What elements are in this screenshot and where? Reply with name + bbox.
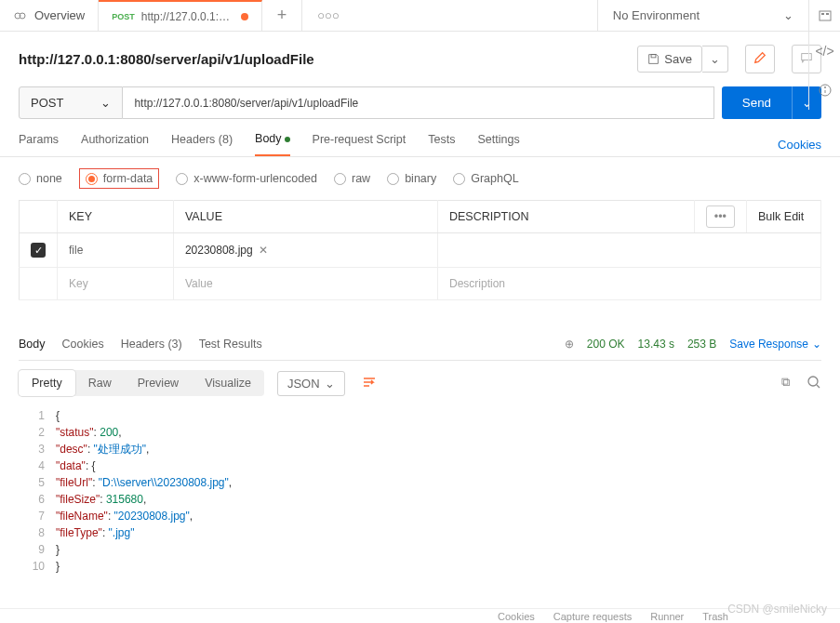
footer-trash[interactable]: Trash: [702, 611, 728, 622]
chevron-down-icon: ⌄: [783, 8, 793, 22]
environment-selector[interactable]: No Environment ⌄: [597, 0, 808, 31]
tab-params[interactable]: Params: [19, 133, 59, 155]
save-label: Save: [664, 52, 692, 66]
tab-authorization[interactable]: Authorization: [81, 133, 149, 155]
save-icon: [647, 53, 660, 65]
response-body-code[interactable]: 12345678910 { "status": 200, "desc": "处理…: [19, 407, 821, 575]
view-visualize[interactable]: Visualize: [192, 370, 264, 396]
desc-placeholder[interactable]: Description: [438, 268, 821, 300]
desc-header: DESCRIPTION: [438, 201, 695, 233]
body-type-binary[interactable]: binary: [387, 172, 436, 185]
response-time: 13.43 s: [638, 338, 674, 351]
overview-icon: [13, 8, 28, 23]
view-pretty[interactable]: Pretty: [19, 370, 75, 396]
svg-rect-3: [821, 13, 824, 15]
search-response-button[interactable]: [807, 375, 821, 392]
value-placeholder[interactable]: Value: [173, 268, 437, 300]
response-size: 253 B: [687, 338, 716, 351]
key-placeholder[interactable]: Key: [58, 268, 174, 300]
body-type-formdata[interactable]: form-data: [79, 168, 160, 189]
form-data-table: KEY VALUE DESCRIPTION ••• Bulk Edit ✓ fi…: [19, 200, 821, 300]
svg-point-9: [824, 86, 826, 88]
code-panel-button[interactable]: </>: [809, 32, 840, 71]
remove-file-button[interactable]: ✕: [259, 244, 268, 257]
overview-label: Overview: [34, 8, 85, 22]
svg-rect-5: [651, 55, 656, 58]
unsaved-indicator: [241, 13, 248, 20]
status-code: 200 OK: [587, 338, 625, 351]
overview-tab[interactable]: Overview: [0, 0, 99, 31]
edit-button[interactable]: [745, 45, 775, 73]
footer-capture[interactable]: Capture requests: [553, 611, 632, 622]
row-checkbox[interactable]: ✓: [31, 243, 46, 258]
column-options-button[interactable]: •••: [706, 205, 735, 228]
tab-settings[interactable]: Settings: [477, 133, 519, 155]
method-value: POST: [31, 96, 63, 110]
body-type-raw[interactable]: raw: [334, 172, 370, 185]
view-preview[interactable]: Preview: [125, 370, 192, 396]
env-quicklook-button[interactable]: [808, 0, 840, 31]
wrap-lines-button[interactable]: [354, 371, 384, 396]
resp-tab-headers[interactable]: Headers (3): [121, 338, 182, 351]
tab-method-badge: POST: [112, 12, 135, 21]
svg-rect-4: [826, 13, 829, 15]
send-button[interactable]: Send: [722, 86, 792, 119]
new-tab-button[interactable]: +: [262, 0, 303, 31]
save-response-button[interactable]: Save Response ⌄: [729, 338, 821, 351]
tab-body[interactable]: Body: [255, 132, 290, 156]
resp-tab-body[interactable]: Body: [19, 338, 46, 351]
body-type-none[interactable]: none: [19, 172, 62, 185]
view-raw[interactable]: Raw: [75, 370, 125, 396]
tab-tests[interactable]: Tests: [428, 133, 455, 155]
body-type-graphql[interactable]: GraphQL: [453, 172, 518, 185]
value-cell[interactable]: 20230808.jpg✕: [173, 233, 437, 268]
bulk-edit-button[interactable]: Bulk Edit: [758, 210, 804, 223]
network-icon[interactable]: ⊕: [565, 338, 574, 351]
footer-runner[interactable]: Runner: [650, 611, 684, 622]
table-new-row[interactable]: Key Value Description: [20, 268, 821, 300]
resp-tab-testresults[interactable]: Test Results: [199, 338, 262, 351]
footer-cookies[interactable]: Cookies: [498, 611, 535, 622]
pencil-icon: [753, 51, 767, 64]
chevron-down-icon: ⌄: [100, 96, 111, 110]
save-options-button[interactable]: ⌄: [702, 46, 728, 73]
body-type-xwww[interactable]: x-www-form-urlencoded: [176, 172, 317, 185]
environment-label: No Environment: [613, 8, 700, 22]
watermark: CSDN @smileNicky: [727, 603, 827, 616]
svg-point-7: [808, 377, 818, 386]
tab-overflow-button[interactable]: ○○○: [302, 8, 354, 22]
resp-tab-cookies[interactable]: Cookies: [62, 338, 104, 351]
cookies-link[interactable]: Cookies: [778, 138, 821, 152]
copy-button[interactable]: ⧉: [781, 375, 790, 392]
value-header: VALUE: [173, 201, 437, 233]
url-input[interactable]: [123, 86, 713, 119]
format-selector[interactable]: JSON ⌄: [277, 371, 345, 396]
table-row[interactable]: ✓ file 20230808.jpg✕: [20, 233, 821, 268]
tab-headers[interactable]: Headers (8): [171, 133, 233, 155]
key-cell[interactable]: file: [58, 233, 174, 268]
method-selector[interactable]: POST ⌄: [19, 86, 123, 119]
key-header: KEY: [58, 201, 174, 233]
tab-url-preview: http://127.0.0.1:8080/s: [141, 10, 234, 23]
svg-rect-2: [820, 11, 831, 20]
save-button[interactable]: Save: [637, 46, 702, 73]
tab-prerequest[interactable]: Pre-request Script: [313, 133, 407, 155]
info-panel-button[interactable]: [809, 71, 840, 110]
active-request-tab[interactable]: POST http://127.0.0.1:8080/s: [99, 0, 262, 31]
request-title: http://127.0.0.1:8080/server/api/v1/uplo…: [19, 51, 626, 67]
